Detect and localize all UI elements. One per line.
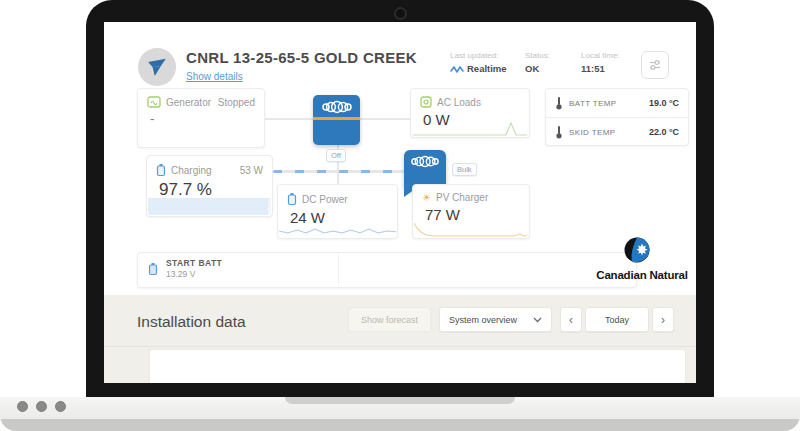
page-title: CNRL 13-25-65-5 GOLD CREEK (186, 49, 417, 66)
pv-charger-sparkline (414, 221, 528, 237)
skid-temp-value: 22.0 °C (649, 127, 679, 137)
status-value: OK (525, 63, 539, 74)
site-avatar (138, 48, 176, 86)
wire-generator-inverter (265, 118, 313, 120)
temperature-panel[interactable]: BATT TEMP 19.0 °C SKID TEMP 22.0 °C (545, 88, 689, 146)
sun-icon: ☀ (422, 193, 431, 203)
installation-data-title: Installation data (137, 313, 246, 331)
base-port-dot (17, 401, 28, 412)
charging-soc: 97.7 % (147, 177, 272, 200)
chart-controls: Show forecast System overview ‹ Today › (348, 307, 674, 332)
last-updated-value: Realtime (467, 63, 507, 74)
victron-swirl-icon (404, 154, 446, 169)
base-port-dot (55, 401, 66, 412)
start-batt-divider (338, 254, 339, 286)
canadian-natural-logo-icon (615, 236, 669, 268)
pv-charger-value: 77 W (413, 203, 529, 223)
show-forecast-button[interactable]: Show forecast (348, 307, 431, 332)
thermometer-icon (555, 96, 563, 110)
last-updated-block: Last updated: Realtime (450, 51, 507, 74)
wire-inverter-acloads (358, 118, 410, 120)
dc-power-label: DC Power (302, 194, 348, 205)
overview-select-value: System overview (449, 315, 517, 325)
batt-temp-row[interactable]: BATT TEMP 19.0 °C (546, 89, 688, 117)
inverter-stripe (313, 117, 360, 120)
charging-label: Charging (171, 165, 212, 176)
soc-bar-fill (148, 199, 268, 215)
start-batt-panel[interactable]: START BATT 13.29 V (137, 252, 637, 288)
ac-loads-label: AC Loads (437, 97, 481, 108)
ac-loads-panel[interactable]: AC Loads 0 W (410, 88, 530, 138)
today-button[interactable]: Today (585, 307, 649, 332)
victron-logo-icon (147, 57, 167, 77)
battery-icon (148, 262, 158, 276)
date-nav: ‹ Today › (560, 307, 674, 332)
chevron-down-icon (533, 317, 542, 323)
start-batt-value: 13.29 V (166, 269, 222, 279)
prev-day-button[interactable]: ‹ (560, 307, 582, 332)
next-day-button[interactable]: › (652, 307, 674, 332)
overview-select[interactable]: System overview (439, 307, 552, 332)
soc-bar (148, 198, 271, 215)
laptop-mockup: CNRL 13-25-65-5 GOLD CREEK Show details … (0, 0, 800, 431)
vrm-dashboard: CNRL 13-25-65-5 GOLD CREEK Show details … (104, 22, 696, 383)
footer-divider (104, 346, 696, 347)
status-block: Status: OK (525, 51, 550, 74)
solar-state-badge: Bulk (452, 163, 477, 176)
base-port-dot (36, 401, 47, 412)
dc-power-panel[interactable]: DC Power 24 W (277, 184, 398, 239)
ac-loads-icon (420, 96, 432, 108)
charging-power: 53 W (240, 165, 263, 176)
show-details-link[interactable]: Show details (186, 71, 243, 82)
thermometer-icon (555, 125, 563, 139)
generator-icon (147, 96, 161, 108)
victron-swirl-icon (313, 99, 360, 115)
charging-panel[interactable]: Charging 53 W 97.7 % (146, 155, 273, 217)
laptop-base (0, 397, 800, 431)
realtime-wave-icon (450, 64, 464, 74)
chart-card (150, 350, 685, 383)
installation-data-section: Installation data Show forecast System o… (104, 295, 696, 383)
status-label: Status: (525, 51, 550, 60)
skid-temp-row[interactable]: SKID TEMP 22.0 °C (546, 118, 688, 146)
batt-temp-label: BATT TEMP (569, 99, 617, 108)
generator-label: Generator (166, 97, 211, 108)
customer-logo: Canadian Natural (586, 236, 696, 281)
wire-bus-dc (337, 173, 339, 184)
pv-charger-panel[interactable]: ☀ PV Charger 77 W (412, 184, 530, 239)
pv-charger-label: PV Charger (436, 192, 488, 203)
local-time-block: Local time: 11:51 (581, 51, 620, 74)
customer-logo-text: Canadian Natural (586, 269, 696, 281)
generator-state: Stopped (218, 97, 255, 108)
local-time-label: Local time: (581, 51, 620, 60)
battery-icon (156, 163, 166, 177)
dc-power-sparkline (279, 221, 396, 237)
generator-panel[interactable]: Generator Stopped - (137, 88, 265, 148)
sliders-icon (648, 58, 662, 72)
inverter-state-badge: Off (326, 149, 346, 162)
laptop-hinge-notch (285, 397, 515, 404)
skid-temp-label: SKID TEMP (569, 128, 616, 137)
batt-temp-value: 19.0 °C (649, 98, 679, 108)
battery-icon (287, 192, 297, 206)
local-time-value: 11:51 (581, 63, 605, 74)
laptop-base-edge (0, 419, 800, 431)
webcam (394, 7, 407, 20)
start-batt-label: START BATT (166, 258, 222, 268)
inverter-device-icon[interactable] (313, 95, 360, 145)
generator-value: - (138, 108, 264, 126)
settings-button[interactable] (641, 51, 669, 79)
last-updated-label: Last updated: (450, 51, 507, 60)
ac-loads-sparkline (412, 120, 528, 136)
